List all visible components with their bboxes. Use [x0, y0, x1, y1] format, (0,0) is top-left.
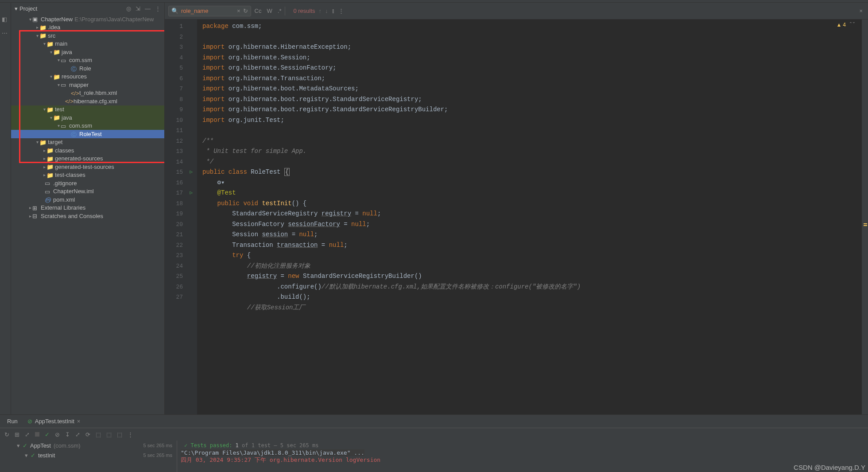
csdn-watermark: CSDN @Davieyang.D.Y: [794, 464, 865, 471]
console-line: 四月 03, 2024 9:35:27 下午 org.hibernate.Ver…: [181, 456, 864, 464]
chevron-down-icon: ▾: [15, 5, 18, 12]
project-tree[interactable]: ▾▣ChapterNew E:\Programs\Java\ChapterNew…: [11, 15, 164, 414]
test-console[interactable]: ✓ Tests passed: 1 of 1 test – 5 sec 265 …: [177, 441, 868, 472]
tree-row-ChapterNew-iml[interactable]: ▭ChapterNew.iml: [11, 187, 164, 196]
tree-row-java[interactable]: ▾📁java: [11, 113, 164, 122]
stop-icon[interactable]: [35, 431, 39, 438]
project-toolwindow: ▾ Project ◎ ⇲ — ⋮ ▾▣ChapterNew E:\Progra…: [11, 3, 165, 414]
find-bar: 🔍 × ↻ Cc W .* 0 results ↑ ↓ ⫿ ⋮: [165, 3, 868, 20]
prev-match-icon[interactable]: ↑: [319, 8, 322, 14]
rerun-icon[interactable]: ↻: [4, 431, 9, 438]
editor-area: 🔍 × ↻ Cc W .* 0 results ↑ ↓ ⫿ ⋮: [165, 3, 868, 414]
bookmarks-icon[interactable]: ⋯: [2, 30, 9, 37]
test-config-tab[interactable]: ⊘ AppTest.testInit ×: [25, 415, 83, 428]
tree-row--gitignore[interactable]: ▭.gitignore: [11, 179, 164, 187]
tree-row-main[interactable]: ▾📁main: [11, 40, 164, 48]
tree-row-java[interactable]: ▾📁java: [11, 48, 164, 56]
tree-row-generated-test-sources[interactable]: ▸📁generated-test-sources: [11, 163, 164, 171]
test-toolbar: ↻ ⊞ ⤢ ✓ ⊘ ↧ ⤢ ⟳ ⬚ ⬚ ⬚ ⋮: [0, 428, 868, 441]
expand-icon[interactable]: ⤢: [75, 431, 80, 438]
run-tab[interactable]: Run: [4, 415, 20, 428]
expand-all-icon[interactable]: ⇲: [136, 5, 140, 12]
find-results-count: 0 results: [293, 8, 315, 14]
tree-row-ChapterNew[interactable]: ▾▣ChapterNew E:\Programs\Java\ChapterNew: [11, 15, 164, 23]
left-toolwindow-strip: ◧ ⋯: [0, 3, 11, 414]
export-icon[interactable]: ⬚: [96, 431, 101, 438]
words-toggle[interactable]: W: [267, 8, 272, 14]
tree-row-hibernate-cfg-xml[interactable]: </>hibernate.cfg.xml: [11, 97, 164, 105]
test-row[interactable]: ▾ ✓ testInit 5 sec 265 ms: [0, 450, 177, 460]
more-icon[interactable]: ⋮: [128, 431, 133, 438]
warning-icon: ▲: [836, 22, 841, 28]
right-scrollbar[interactable]: [862, 20, 868, 414]
select-file-icon[interactable]: ◎: [126, 5, 131, 12]
import-icon[interactable]: ⬚: [106, 431, 112, 438]
project-title: Project: [19, 5, 37, 12]
tree-row-Scratches-and-Consoles[interactable]: ▸⊟Scratches and Consoles: [11, 212, 164, 220]
tree-row-resources[interactable]: ▾📁resources: [11, 73, 164, 81]
sort-icon[interactable]: ↧: [65, 431, 70, 438]
tree-row-com-ssm[interactable]: ▾▭com.ssm: [11, 122, 164, 130]
tree-row-t_role-hbm-xml[interactable]: </>t_role.hbm.xml: [11, 89, 164, 98]
tests-passed-message: ✓ Tests passed: 1 of 1 test – 5 sec 265 …: [181, 441, 864, 449]
search-icon[interactable]: 🔍: [171, 8, 178, 14]
tree-row-Role[interactable]: ⒸRole: [11, 64, 164, 73]
close-find-icon[interactable]: ×: [857, 8, 864, 14]
regex-toggle[interactable]: .*: [278, 8, 282, 14]
tree-row-generated-sources[interactable]: ▸📁generated-sources: [11, 155, 164, 163]
show-ignored-icon[interactable]: ⊘: [55, 431, 60, 438]
tree-row-classes[interactable]: ▸📁classes: [11, 146, 164, 155]
toggle-auto-icon[interactable]: ⤢: [25, 431, 30, 438]
match-case-toggle[interactable]: Cc: [255, 8, 262, 14]
history-icon[interactable]: ⟳: [85, 431, 90, 438]
tree-row-RoleTest[interactable]: ⒸRoleTest: [11, 130, 164, 138]
find-input[interactable]: [181, 8, 234, 14]
tree-row-test-classes[interactable]: ▸📁test-classes: [11, 171, 164, 179]
inspection-badge[interactable]: ▲ 4 ˆ ˇ: [836, 22, 855, 28]
rerun-failed-icon[interactable]: ⊞: [15, 431, 19, 438]
show-passed-icon[interactable]: ✓: [45, 431, 50, 438]
tree-row-test[interactable]: ▾📁test: [11, 105, 164, 114]
clear-icon[interactable]: ×: [237, 8, 240, 14]
tree-row-target[interactable]: ▾📁target: [11, 138, 164, 147]
tree-row-External-Libraries[interactable]: ▸⊞External Libraries: [11, 204, 164, 212]
filter-icon[interactable]: ⫿: [332, 8, 335, 14]
camera-icon[interactable]: ⬚: [117, 431, 122, 438]
test-results-tree[interactable]: ▾ ✓ AppTest (com.ssm)5 sec 265 ms▾ ✓ tes…: [0, 441, 177, 472]
more-icon[interactable]: ⋮: [338, 8, 344, 14]
test-row[interactable]: ▾ ✓ AppTest (com.ssm)5 sec 265 ms: [0, 441, 177, 450]
history-icon[interactable]: ↻: [243, 8, 248, 14]
tree-row-pom-xml[interactable]: ⓜpom.xml: [11, 195, 164, 204]
code-editor[interactable]: package com.ssm; import org.hibernate.Hi…: [197, 20, 862, 414]
tree-row-src[interactable]: ▾📁src: [11, 31, 164, 40]
run-toolwindow: Run ⊘ AppTest.testInit × ↻ ⊞ ⤢ ✓ ⊘ ↧ ⤢ ⟳…: [0, 414, 868, 472]
settings-icon[interactable]: ⋮: [155, 5, 161, 12]
tree-row-mapper[interactable]: ▾▭mapper: [11, 81, 164, 89]
test-run-icon: ⊘: [27, 418, 32, 425]
structure-icon[interactable]: ◧: [2, 16, 9, 23]
collapse-icon[interactable]: —: [145, 5, 151, 12]
project-header[interactable]: ▾ Project ◎ ⇲ — ⋮: [11, 3, 164, 15]
next-match-icon[interactable]: ↓: [325, 8, 328, 14]
tree-row-com-ssm[interactable]: ▾▭com.ssm: [11, 56, 164, 65]
line-number-gutter[interactable]: 123456789101112131415▷ 1617▷181920212223…: [165, 20, 189, 414]
tree-row--idea[interactable]: ▸📁.idea: [11, 23, 164, 32]
close-tab-icon[interactable]: ×: [77, 418, 81, 425]
console-line: "C:\Program Files\Java\jdk1.8.0_311\bin\…: [181, 449, 364, 456]
